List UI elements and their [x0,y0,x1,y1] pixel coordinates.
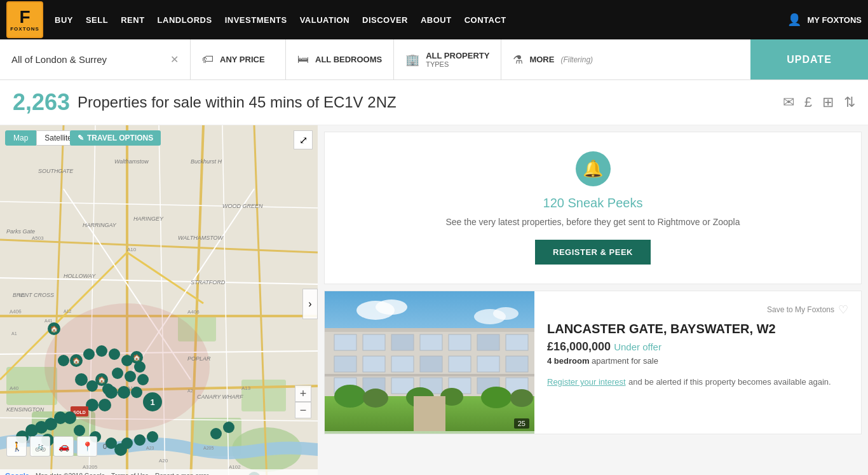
register-peek-button[interactable]: REGISTER & PEEK [535,240,651,265]
nav-rent[interactable]: RENT [121,15,144,25]
walk-icon[interactable]: 🚶 [6,436,27,457]
svg-rect-133 [506,356,528,372]
map-tab-map[interactable]: Map [5,130,36,146]
update-button[interactable]: UPDATE [750,39,868,79]
map-svg: A406 A10 A406 A40 A13 A13 A503 A41 A41 A… [0,125,318,475]
svg-rect-132 [477,356,499,372]
gallery-icon[interactable]: ⊞ [822,94,834,111]
nav-investments[interactable]: INVESTMENTS [225,15,287,25]
location-filter[interactable]: ✕ [0,39,191,79]
svg-text:WALTHAMSTOW: WALTHAMSTOW [178,235,224,241]
property-card[interactable]: 25 Save to My Foxtons ♡ LANCASTER GATE, … [324,291,862,434]
nav-landlords[interactable]: LANDLORDS [158,15,212,25]
nav-links: BUY SELL RENT LANDLORDS INVESTMENTS VALU… [55,14,787,25]
svg-point-108 [121,437,133,449]
map-collapse-button[interactable]: › [302,289,318,319]
save-row: Save to My Foxtons ♡ [547,303,848,317]
location-clear-icon[interactable]: ✕ [170,53,179,65]
price-filter[interactable]: 🏷 ANY PRICE [191,39,286,79]
user-icon: 👤 [787,13,801,27]
map-expand-button[interactable]: ⤢ [294,130,313,149]
nav-buy[interactable]: BUY [55,15,73,25]
register-interest-row: Register your interest and be alerted if… [547,376,848,387]
price-icon[interactable]: £ [804,94,812,111]
nav-valuation[interactable]: VALUATION [300,15,349,25]
bedrooms-label: ALL BEDROOMS [315,55,382,64]
terms-link[interactable]: Terms of Use [111,472,149,476]
property-type-label: ALL PROPERTY [426,51,489,60]
foxtons-logo[interactable]: F Foxtons [6,1,43,38]
svg-rect-122 [391,334,414,350]
svg-text:A12: A12 [64,309,72,313]
bedrooms-filter[interactable]: 🛏 ALL BEDROOMS [286,39,394,79]
car-icon[interactable]: 🚗 [53,436,74,457]
sneak-peek-title: 120 Sneak Peeks [337,196,848,210]
svg-point-95 [96,345,107,357]
property-type-sublabel: TYPES [426,60,489,68]
sort-icon[interactable]: ⇅ [844,94,855,111]
results-header: 2,263 Properties for sale within 45 mins… [0,80,868,125]
report-link[interactable]: Report a map error [155,472,208,476]
price-tag-icon: 🏷 [202,53,214,66]
travel-options-button[interactable]: ✎ TRAVEL OPTIONS [70,130,161,146]
map-container: A406 A10 A406 A40 A13 A13 A503 A41 A41 A… [0,125,318,475]
bike-icon[interactable]: 🚲 [30,436,50,457]
svg-text:A406: A406 [10,308,22,315]
bell-symbol: 🔔 [583,159,603,179]
svg-text:BRENT CROSS: BRENT CROSS [13,292,54,298]
navbar: F Foxtons BUY SELL RENT LANDLORDS INVEST… [0,0,868,39]
svg-text:A205: A205 [203,446,214,450]
svg-rect-123 [420,334,442,350]
sneak-peek-card: 🔔 120 Sneak Peeks See the very latest pr… [324,132,862,284]
svg-text:WOOD GREEN: WOOD GREEN [222,203,263,209]
nav-about[interactable]: ABOUT [421,15,452,25]
svg-text:KENSINGTON: KENSINGTON [6,406,44,413]
property-type-filter[interactable]: 🏢 ALL PROPERTY TYPES [394,39,501,79]
more-filter[interactable]: ⚗ MORE (Filtering) [501,39,750,79]
svg-point-101 [137,374,149,385]
svg-rect-120 [334,334,356,350]
nav-sell[interactable]: SELL [86,15,108,25]
svg-text:STRATFORD: STRATFORD [191,279,226,286]
price-label: ANY PRICE [220,55,265,64]
svg-rect-131 [449,356,471,372]
my-foxtons-link[interactable]: MY FOXTONS [808,15,862,25]
location-input[interactable] [11,54,164,65]
property-status: Under offer [614,341,661,352]
nav-contact[interactable]: CONTACT [465,15,506,25]
zoom-out-button[interactable]: − [295,402,311,418]
svg-text:HOLLOWAY: HOLLOWAY [64,273,96,279]
nav-discover[interactable]: DISCOVER [362,15,408,25]
svg-text:HARINGEY: HARINGEY [133,216,164,222]
svg-point-76 [118,386,130,399]
chevron-right-icon: › [308,298,311,310]
map-count: 0 [100,436,107,457]
property-type: 4 bedroom apartment for sale [547,356,848,366]
pin-icon[interactable]: 📍 [77,436,97,457]
email-alerts-icon[interactable]: ✉ [783,94,794,111]
svg-rect-130 [420,356,442,372]
svg-point-98 [134,361,146,373]
svg-text:POPLAR: POPLAR [187,355,211,362]
more-label: MORE [529,55,554,64]
svg-text:A20: A20 [159,458,168,464]
svg-rect-121 [363,334,385,350]
google-logo: Google [5,472,29,475]
svg-text:HARRINGAY: HARRINGAY [83,222,117,228]
svg-text:Walthamstow: Walthamstow [114,158,149,165]
svg-text:CANARY WHARF: CANARY WHARF [197,394,243,400]
svg-text:A406: A406 [187,309,200,315]
property-title: LANCASTER GATE, BAYSWATER, W2 [547,322,848,336]
svg-point-116 [376,299,407,315]
svg-point-25 [44,303,210,430]
sneak-peek-description: See the very latest properties, before t… [337,217,848,227]
svg-point-149 [510,389,533,407]
svg-point-109 [134,434,146,446]
zoom-in-button[interactable]: + [295,385,311,402]
save-heart-icon[interactable]: ♡ [838,303,848,317]
svg-point-112 [223,422,234,433]
svg-text:Buckhurst H: Buckhurst H [191,158,222,165]
svg-point-94 [83,348,95,360]
property-type-text: ALL PROPERTY TYPES [426,51,489,68]
register-interest-link[interactable]: Register your interest [547,377,626,387]
